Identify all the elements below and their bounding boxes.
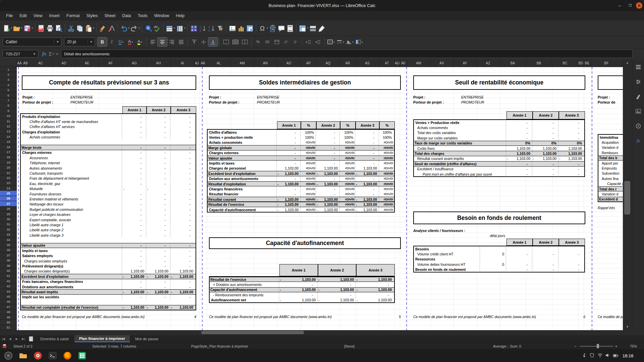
row-label[interactable]: Ressources: [414, 257, 480, 262]
cell[interactable]: -: [122, 166, 146, 171]
column-header-AY[interactable]: AY: [453, 59, 477, 67]
cell[interactable]: #DIV/0!: [300, 176, 316, 181]
row-header-24[interactable]: 24: [0, 186, 17, 191]
row-label[interactable]: Nettoyage des locaux: [21, 202, 122, 207]
cell[interactable]: #DIV/0!: [300, 192, 316, 197]
cell[interactable]: -: [122, 119, 146, 124]
cell[interactable]: -: [506, 262, 532, 267]
row-label[interactable]: Chiffre d'affaires: [208, 130, 276, 135]
cell[interactable]: -: [532, 135, 558, 140]
cell[interactable]: -: [146, 279, 170, 284]
column-header-BA[interactable]: BA: [500, 59, 526, 67]
chevron-down-icon[interactable]: ▾: [267, 26, 268, 29]
chevron-down-icon[interactable]: ▾: [343, 41, 344, 44]
cell[interactable]: -: [276, 135, 300, 140]
cell[interactable]: -: [170, 279, 195, 284]
add-decimal-button[interactable]: .0⁺: [281, 38, 291, 46]
cell[interactable]: -: [316, 140, 339, 145]
column-header-AU[interactable]: AU: [395, 59, 400, 67]
cell[interactable]: -: [122, 217, 146, 222]
cell[interactable]: -1,103.00: [316, 202, 339, 206]
cell[interactable]: 1,103.00: [355, 166, 379, 171]
cell[interactable]: -1,103.00: [279, 298, 317, 303]
terminal-icon[interactable]: [48, 351, 58, 361]
chevron-down-icon[interactable]: ▾: [131, 41, 133, 44]
menu-edit[interactable]: Edit: [16, 12, 30, 19]
clear-formatting-button[interactable]: [107, 23, 116, 34]
insert-chart-button[interactable]: [237, 23, 246, 34]
row-label[interactable]: + Dotation aux amortissements: [210, 282, 279, 287]
cell[interactable]: #DIV/0!: [339, 192, 355, 197]
menu-sheet[interactable]: Sheet: [101, 12, 119, 19]
cell[interactable]: -1,103.00: [532, 156, 558, 161]
function-wizard-icon[interactable]: fx: [42, 51, 46, 57]
row-label[interactable]: Autres fina: [598, 176, 623, 181]
cell[interactable]: #DIV/0!: [379, 197, 393, 201]
redo-button[interactable]: ▾: [130, 23, 140, 34]
cell[interactable]: -: [170, 222, 195, 227]
row-header-13[interactable]: 13: [0, 129, 17, 134]
cell[interactable]: 0%: [506, 141, 532, 145]
chevron-down-icon[interactable]: ▾: [32, 26, 33, 29]
cell[interactable]: #DIV/0!: [300, 197, 316, 201]
row-label[interactable]: Résultat de l'exercice: [208, 202, 276, 206]
row-label[interactable]: Variation d: [598, 145, 623, 150]
row-header-2[interactable]: 2: [0, 72, 17, 77]
row-label[interactable]: Achats consommés: [414, 125, 506, 130]
cell[interactable]: -: [506, 162, 532, 166]
cell[interactable]: -1,103.00: [355, 197, 379, 201]
print-preview-button[interactable]: [54, 23, 63, 34]
cell[interactable]: -: [170, 166, 195, 171]
row-label[interactable]: Résultat avant impôts: [21, 290, 122, 294]
cell[interactable]: -: [558, 135, 584, 140]
column-header-BF[interactable]: BF: [591, 59, 622, 67]
row-label[interactable]: Impôt sur les sociétés: [21, 295, 122, 300]
libreoffice-calc-icon[interactable]: [77, 351, 87, 361]
cell[interactable]: -: [170, 124, 195, 129]
cell[interactable]: 100%: [339, 135, 355, 140]
cell[interactable]: -: [170, 243, 195, 248]
cell[interactable]: -1,103.00: [356, 288, 393, 292]
bold-button[interactable]: B: [98, 38, 107, 46]
row-label[interactable]: Charges financières: [208, 186, 276, 191]
chevron-down-icon[interactable]: ▾: [174, 26, 175, 29]
cell[interactable]: -1,103.00: [276, 182, 300, 186]
row-label[interactable]: Charges sociales employés: [21, 258, 122, 263]
font-size-combo[interactable]: 20 pt ▼: [64, 38, 95, 46]
split-window-button[interactable]: [309, 23, 317, 34]
row-label[interactable]: Marge globale: [208, 145, 276, 150]
cell[interactable]: -: [146, 171, 170, 176]
row-label[interactable]: Subvention: [598, 171, 623, 176]
cell[interactable]: -: [276, 176, 300, 181]
row-header-23[interactable]: 23: [0, 181, 17, 186]
row-label[interactable]: Capacité d'autofinancement: [210, 288, 279, 292]
cell[interactable]: -: [356, 292, 393, 297]
spreadsheet-grid[interactable]: Compte de résultats prévisionnel sur 3 a…: [17, 67, 623, 330]
special-character-button[interactable]: Ω▾: [258, 23, 268, 34]
cell[interactable]: #DIV/0!: [300, 202, 316, 206]
cell[interactable]: -1,103.00: [506, 156, 532, 161]
cell[interactable]: #DIV/0!: [339, 202, 355, 206]
row-header-1[interactable]: 1: [0, 67, 17, 72]
column-header-AT[interactable]: AT: [379, 59, 395, 67]
menu-help[interactable]: Help: [172, 12, 188, 19]
cell[interactable]: -: [355, 150, 379, 156]
cell[interactable]: -1,103.00: [170, 305, 195, 310]
row-header-49[interactable]: 49: [0, 315, 17, 320]
column-header-AH[interactable]: AH: [147, 59, 171, 67]
cell[interactable]: -1,103.00: [122, 274, 146, 279]
cell[interactable]: #DIV/0!: [339, 176, 355, 181]
row-label[interactable]: Résultat de l'exercice: [210, 277, 279, 282]
cell[interactable]: -1,103.00: [276, 197, 300, 201]
row-label[interactable]: Variation d: [598, 191, 623, 196]
row-header-5[interactable]: 5: [0, 88, 17, 93]
column-header-AS[interactable]: AS: [356, 59, 379, 67]
insert-image-button[interactable]: [228, 23, 237, 34]
cell[interactable]: -: [170, 171, 195, 176]
cell[interactable]: #DIV/0!: [300, 140, 316, 145]
cell[interactable]: [532, 246, 558, 251]
firefox-icon[interactable]: [62, 351, 72, 361]
chevron-down-icon[interactable]: ▾: [11, 26, 12, 29]
cell[interactable]: -: [146, 243, 170, 248]
cell[interactable]: -: [532, 262, 558, 267]
